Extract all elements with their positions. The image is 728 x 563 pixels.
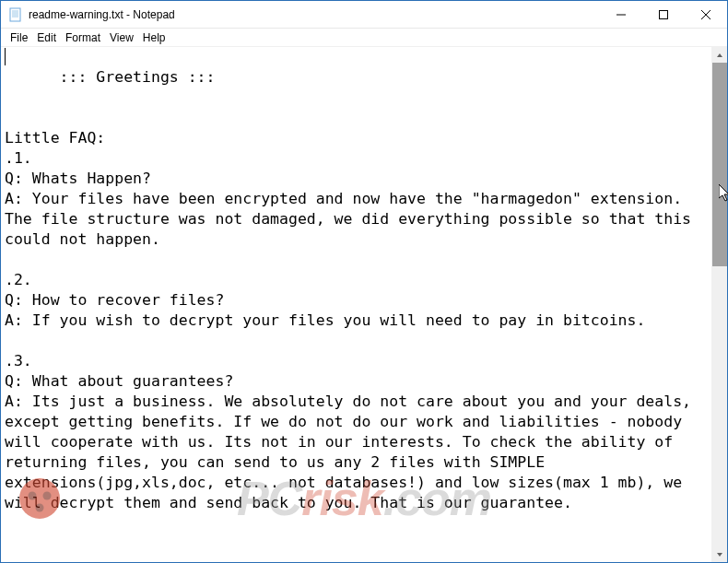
menubar: File Edit Format View Help — [1, 29, 727, 47]
window-controls — [600, 1, 727, 28]
svg-rect-6 — [660, 11, 668, 19]
maximize-button[interactable] — [642, 1, 685, 29]
notepad-window: readme-warning.txt - Notepad File Edit F… — [0, 0, 728, 563]
vertical-scrollbar[interactable] — [711, 47, 727, 562]
document-text: ::: Greetings ::: Little FAQ: .1. Q: Wha… — [5, 68, 700, 511]
text-caret — [5, 48, 6, 65]
content-area: ::: Greetings ::: Little FAQ: .1. Q: Wha… — [1, 47, 727, 562]
svg-marker-9 — [717, 53, 722, 57]
text-editor[interactable]: ::: Greetings ::: Little FAQ: .1. Q: Wha… — [1, 47, 711, 562]
titlebar[interactable]: readme-warning.txt - Notepad — [1, 1, 727, 29]
svg-marker-10 — [717, 553, 722, 557]
close-button[interactable] — [685, 1, 727, 29]
scrollbar-track[interactable] — [712, 63, 727, 546]
scrollbar-thumb[interactable] — [712, 63, 727, 266]
menu-format[interactable]: Format — [61, 30, 105, 45]
scroll-down-button[interactable] — [712, 546, 727, 562]
menu-help[interactable]: Help — [138, 30, 170, 45]
minimize-button[interactable] — [600, 1, 642, 29]
window-title: readme-warning.txt - Notepad — [29, 8, 600, 21]
menu-view[interactable]: View — [105, 30, 138, 45]
notepad-icon — [8, 7, 23, 22]
menu-file[interactable]: File — [6, 30, 32, 45]
menu-edit[interactable]: Edit — [32, 30, 61, 45]
scroll-up-button[interactable] — [712, 47, 727, 63]
